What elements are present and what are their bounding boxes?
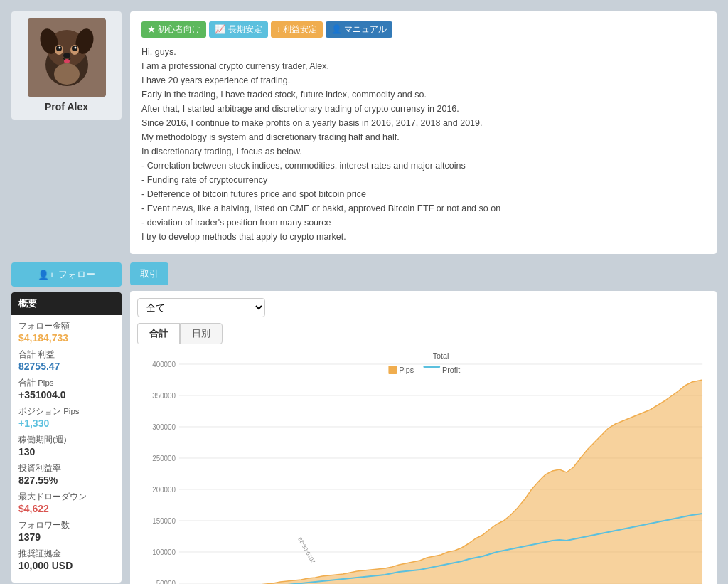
tab-daily[interactable]: 日別: [180, 323, 223, 344]
stat-label-total-pips: 合計 Pips: [18, 378, 114, 388]
svg-text:150000: 150000: [152, 517, 176, 525]
page-wrapper: Prof Alex ★ 初心者向け 📈 長期安定 ↓ 利益安定 👤 マニュアル …: [11, 11, 717, 584]
stat-value-follow-amount: $4,184,733: [18, 332, 114, 344]
profile-card: Prof Alex: [11, 11, 122, 120]
chart-area: 400000 350000 300000 250000 200000 15000…: [137, 350, 710, 584]
stat-value-min-deposit: 10,000 USD: [18, 560, 114, 571]
svg-text:250000: 250000: [152, 455, 176, 462]
svg-text:Pips: Pips: [399, 366, 414, 374]
svg-text:Profit: Profit: [442, 366, 460, 374]
tab-total[interactable]: 合計: [137, 323, 180, 344]
follow-icon: 👤+: [38, 270, 55, 280]
stat-label-follow-amount: フォロー金額: [18, 321, 114, 331]
tag-profit-stable: ↓ 利益安定: [271, 21, 323, 38]
stat-total-pips: 合計 Pips +351004.0: [18, 378, 114, 400]
svg-text:100000: 100000: [152, 548, 176, 556]
follow-button[interactable]: 👤+ フォロー: [11, 262, 122, 287]
bio-card: ★ 初心者向け 📈 長期安定 ↓ 利益安定 👤 マニュアル Hi, guys. …: [130, 11, 717, 254]
svg-point-10: [74, 47, 76, 49]
svg-rect-38: [424, 366, 441, 368]
bio-tags: ★ 初心者向け 📈 長期安定 ↓ 利益安定 👤 マニュアル: [141, 21, 705, 38]
profile-name: Prof Alex: [45, 101, 88, 112]
stat-label-drawdown: 最大ドローダウン: [18, 492, 114, 502]
stat-value-total-pips: +351004.0: [18, 389, 114, 400]
stats-card: 概要 フォロー金額 $4,184,733 合計 利益 82755.47 合計 P…: [11, 292, 122, 583]
svg-point-9: [58, 47, 60, 49]
stat-weeks: 稼働期間(週) 130: [18, 435, 114, 457]
stat-value-position-pips: +1,330: [18, 418, 114, 429]
stat-drawdown: 最大ドローダウン $4,622: [18, 492, 114, 514]
stat-label-followers: フォロワー数: [18, 520, 114, 531]
stat-value-roi: 827.55%: [18, 474, 114, 486]
svg-point-12: [64, 59, 70, 63]
chart-card: 全て 合計 日別: [130, 291, 717, 584]
stats-body: フォロー金額 $4,184,733 合計 利益 82755.47 合計 Pips…: [11, 315, 122, 583]
stat-min-deposit: 推奨証拠金 10,000 USD: [18, 548, 114, 571]
bio-text: Hi, guys. I am a professional crypto cur…: [141, 45, 705, 244]
stats-header: 概要: [11, 292, 122, 315]
stat-value-followers: 1379: [18, 531, 114, 543]
stat-roi: 投資利益率 827.55%: [18, 463, 114, 486]
stat-value-weeks: 130: [18, 446, 114, 457]
svg-point-11: [63, 53, 70, 58]
svg-text:200000: 200000: [152, 486, 176, 494]
top-section: Prof Alex ★ 初心者向け 📈 長期安定 ↓ 利益安定 👤 マニュアル …: [11, 11, 717, 254]
stat-position-pips: ポジション Pips +1,330: [18, 406, 114, 429]
chart-filter-select[interactable]: 全て: [137, 298, 265, 317]
chart-controls: 全て: [137, 298, 710, 317]
stat-label-min-deposit: 推奨証拠金: [18, 548, 114, 559]
follow-label: フォロー: [58, 268, 95, 281]
stat-follow-amount: フォロー金額 $4,184,733: [18, 321, 114, 344]
stat-label-weeks: 稼働期間(週): [18, 435, 114, 445]
svg-text:350000: 350000: [152, 392, 176, 400]
stat-followers: フォロワー数 1379: [18, 520, 114, 543]
bottom-section: 👤+ フォロー 概要 フォロー金額 $4,184,733 合計 利益 82755…: [11, 262, 717, 584]
tag-manual: 👤 マニュアル: [326, 21, 392, 38]
svg-text:Total: Total: [433, 351, 449, 360]
svg-point-13: [54, 63, 80, 85]
svg-text:300000: 300000: [152, 423, 176, 431]
tag-long-term: 📈 長期安定: [209, 21, 267, 38]
trades-button[interactable]: 取引: [130, 262, 168, 285]
svg-text:400000: 400000: [152, 361, 176, 368]
right-panel: 取引 全て 合計 日別: [130, 262, 717, 584]
stat-label-total-profit: 合計 利益: [18, 349, 114, 360]
stat-value-drawdown: $4,622: [18, 503, 114, 514]
stat-total-profit: 合計 利益 82755.47: [18, 349, 114, 372]
chart-tabs: 合計 日別: [137, 323, 710, 344]
stat-label-position-pips: ポジション Pips: [18, 406, 114, 417]
svg-text:50000: 50000: [156, 580, 176, 584]
svg-rect-36: [388, 366, 397, 374]
stat-label-roi: 投資利益率: [18, 463, 114, 474]
left-panel: 👤+ フォロー 概要 フォロー金額 $4,184,733 合計 利益 82755…: [11, 262, 122, 583]
stat-value-total-profit: 82755.47: [18, 361, 114, 372]
tag-beginner: ★ 初心者向け: [141, 21, 206, 38]
avatar: [28, 18, 106, 97]
